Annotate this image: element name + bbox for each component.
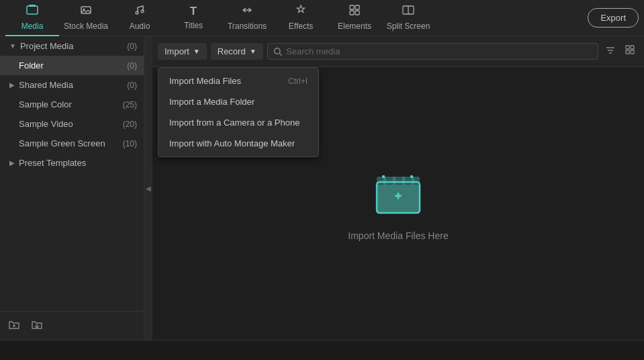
svg-rect-0 [27,6,38,14]
nav-effects-label: Effects [289,21,313,31]
sidebar-item-sample-color[interactable]: Sample Color (25) [0,95,144,114]
nav-item-split-screen[interactable]: Split Screen [381,0,435,36]
svg-point-14 [274,48,280,54]
import-files-label: Import Media Files [169,76,241,86]
search-bar[interactable] [267,43,598,60]
effects-icon [295,4,307,19]
main-area: ▼ Project Media (0) Folder (0) ▶ Shared … [0,36,644,340]
expand-arrow: ▼ [9,42,16,50]
svg-rect-25 [396,177,402,185]
nav-audio-label: Audio [130,21,150,31]
status-bar [0,340,644,360]
svg-rect-24 [386,177,393,185]
sidebar-label-sample-color: Sample Color [19,99,118,109]
sidebar-label-sample-video: Sample Video [19,119,118,129]
nav-split-label: Split Screen [387,21,430,31]
clapperboard-icon [371,166,425,220]
filter-button[interactable] [602,42,618,61]
sidebar-item-project-media[interactable]: ▼ Project Media (0) [0,36,144,56]
sidebar-item-sample-video[interactable]: Sample Video (20) [0,114,144,134]
nav-item-transitions[interactable]: Transitions [220,0,274,36]
collapse-handle[interactable]: ◀ [144,36,152,340]
import-camera-label: Import from a Camera or a Phone [169,118,300,128]
sidebar-item-folder[interactable]: Folder (0) [0,56,144,75]
dropdown-menu: Import Media Files Ctrl+I Import a Media… [158,67,319,157]
svg-point-5 [141,10,144,13]
nav-item-effects[interactable]: Effects [274,0,328,36]
svg-rect-18 [626,50,629,54]
expand-arrow-preset: ▶ [9,159,15,167]
sidebar: ▼ Project Media (0) Folder (0) ▶ Shared … [0,36,144,340]
nav-item-elements[interactable]: Elements [328,0,381,36]
record-button[interactable]: Record ▼ [211,43,263,60]
svg-rect-29 [410,175,413,178]
sidebar-label-sample-green: Sample Green Screen [19,138,118,148]
import-folder-label: Import a Media Folder [169,97,255,107]
sidebar-count-sample-color: (25) [118,100,137,109]
svg-rect-19 [631,50,634,54]
svg-rect-1 [29,5,36,7]
sidebar-count-folder: (0) [118,61,137,71]
titles-icon: T [190,5,197,18]
nav-item-titles[interactable]: T Titles [167,0,220,36]
toolbar: Import ▼ Record ▼ [152,36,644,67]
sidebar-count-sample-green: (10) [118,139,137,148]
nav-transitions-label: Transitions [228,21,267,31]
import-files-shortcut: Ctrl+I [288,77,308,86]
svg-rect-16 [626,46,629,49]
record-chevron: ▼ [250,48,257,55]
svg-point-4 [136,11,138,14]
stock-media-icon [80,4,92,19]
svg-rect-17 [631,46,634,49]
svg-line-15 [279,53,281,55]
nav-titles-label: Titles [184,21,203,30]
elements-icon [349,4,361,19]
dropdown-item-import-montage[interactable]: Import with Auto Montage Maker [158,133,318,154]
dropdown-item-import-files[interactable]: Import Media Files Ctrl+I [158,71,318,91]
import-label: Import [165,46,189,56]
sidebar-label-folder: Folder [19,60,118,71]
dropdown-item-import-camera[interactable]: Import from a Camera or a Phone [158,112,318,133]
nav-stock-label: Stock Media [64,21,108,31]
top-nav: Media Stock Media Audio T Titles [0,0,644,36]
nav-item-media[interactable]: Media [5,0,59,36]
sidebar-item-sample-green[interactable]: Sample Green Screen (10) [0,134,144,153]
import-button[interactable]: Import ▼ [158,43,207,60]
search-input[interactable] [286,46,592,56]
sidebar-count-project-media: (0) [118,42,137,51]
sidebar-label-preset-templates: Preset Templates [19,158,118,168]
svg-rect-7 [355,5,359,9]
import-montage-label: Import with Auto Montage Maker [169,138,295,148]
sidebar-count-sample-video: (20) [118,120,137,129]
svg-rect-28 [382,175,385,178]
import-dropdown: Import Media Files Ctrl+I Import a Media… [158,67,319,157]
audio-icon [134,4,146,19]
sidebar-count-shared-media: (0) [118,81,137,90]
nav-item-audio[interactable]: Audio [113,0,167,36]
dropdown-item-import-folder[interactable]: Import a Media Folder [158,91,318,112]
content-area: Import ▼ Record ▼ [152,36,644,340]
svg-rect-31 [398,193,400,199]
record-label: Record [218,46,246,56]
nav-elements-label: Elements [338,21,371,31]
sidebar-item-shared-media[interactable]: ▶ Shared Media (0) [0,75,144,95]
sidebar-label-project-media: Project Media [20,41,118,51]
transitions-icon [241,4,253,19]
import-folder-button[interactable] [28,316,46,336]
split-screen-icon [402,4,414,19]
grid-view-button[interactable] [623,42,639,61]
empty-state-label: Import Media Files Here [348,230,448,241]
new-folder-button[interactable] [5,316,23,336]
expand-arrow-shared: ▶ [9,81,15,89]
nav-media-label: Media [21,21,44,31]
media-icon [26,4,38,19]
sidebar-label-shared-media: Shared Media [19,80,118,90]
nav-item-stock-media[interactable]: Stock Media [59,0,113,36]
sidebar-bottom-bar [0,311,144,340]
svg-rect-8 [350,11,354,15]
import-chevron: ▼ [193,48,200,55]
svg-rect-6 [350,5,354,9]
sidebar-item-preset-templates[interactable]: ▶ Preset Templates [0,153,144,173]
search-icon [273,47,282,56]
export-button[interactable]: Export [588,8,639,28]
